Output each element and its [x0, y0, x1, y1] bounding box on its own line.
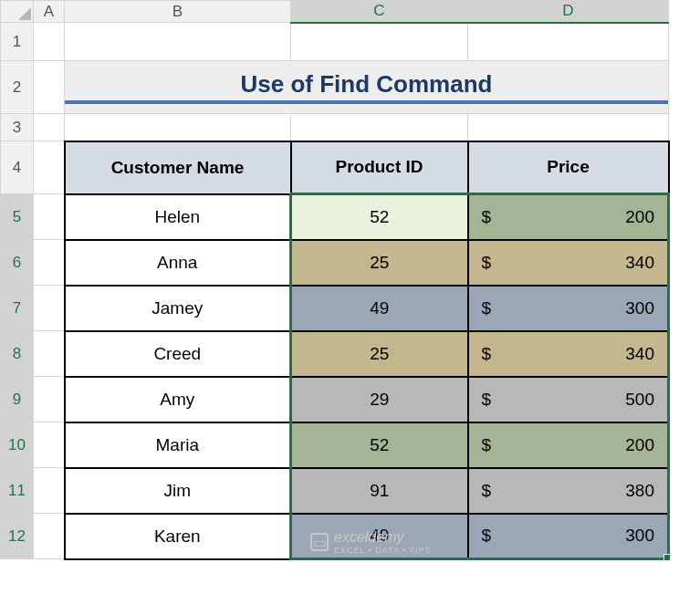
currency-symbol: $	[482, 253, 492, 273]
row-header-2[interactable]: 2	[1, 61, 34, 114]
currency-symbol: $	[482, 344, 492, 364]
row-header-4[interactable]: 4	[1, 141, 34, 194]
cell-product-id[interactable]: 25	[291, 331, 468, 377]
cell[interactable]	[34, 141, 65, 194]
currency-symbol: $	[482, 207, 492, 227]
price-value: 500	[625, 390, 654, 410]
cell[interactable]	[34, 194, 65, 240]
header-price[interactable]: Price	[468, 141, 669, 194]
cell[interactable]	[34, 114, 65, 141]
cell-customer-name[interactable]: Jamey	[65, 286, 291, 331]
price-value: 340	[625, 344, 654, 364]
currency-symbol: $	[482, 481, 492, 501]
cell-price[interactable]: $ 300	[468, 286, 669, 331]
price-value: 340	[625, 253, 654, 273]
row-header-5[interactable]: 5	[1, 194, 34, 240]
row-header-7[interactable]: 7	[1, 286, 34, 331]
cell-customer-name[interactable]: Creed	[65, 331, 291, 377]
currency-symbol: $	[482, 526, 492, 546]
cell-price[interactable]: $ 200	[468, 422, 669, 468]
row-header-6[interactable]: 6	[1, 240, 34, 286]
col-header-a[interactable]: A	[34, 1, 65, 23]
cell-customer-name[interactable]: Jim	[65, 468, 291, 514]
cell[interactable]	[291, 23, 468, 61]
row-header-11[interactable]: 11	[1, 468, 34, 514]
cell-price[interactable]: $ 200	[468, 194, 669, 240]
currency-symbol: $	[482, 298, 492, 318]
cell-price[interactable]: $ 380	[468, 468, 669, 514]
cell-customer-name[interactable]: Amy	[65, 377, 291, 422]
cell[interactable]	[468, 23, 669, 61]
cell-price[interactable]: $ 340	[468, 331, 669, 377]
cell-customer-name[interactable]: Karen	[65, 514, 291, 559]
row-header-9[interactable]: 9	[1, 377, 34, 422]
cell-price[interactable]: $ 500	[468, 377, 669, 422]
cell-customer-name[interactable]: Maria	[65, 422, 291, 468]
cell[interactable]	[34, 377, 65, 422]
cell-product-id[interactable]: 49	[291, 286, 468, 331]
title-cell[interactable]: Use of Find Command	[65, 61, 669, 114]
cell-product-id[interactable]: 29	[291, 377, 468, 422]
cell-price[interactable]: $ 340	[468, 240, 669, 286]
cell-product-id[interactable]: 49	[291, 514, 468, 559]
cell-customer-name[interactable]: Anna	[65, 240, 291, 286]
cell[interactable]	[34, 331, 65, 377]
row-header-8[interactable]: 8	[1, 331, 34, 377]
cell[interactable]	[65, 114, 291, 141]
price-value: 200	[625, 435, 654, 455]
cell-product-id[interactable]: 25	[291, 240, 468, 286]
cell[interactable]	[34, 286, 65, 331]
row-header-3[interactable]: 3	[1, 114, 34, 141]
row-header-12[interactable]: 12	[1, 514, 34, 559]
header-customer-name[interactable]: Customer Name	[65, 141, 291, 194]
price-value: 300	[625, 298, 654, 318]
cell-product-id[interactable]: 91	[291, 468, 468, 514]
currency-symbol: $	[482, 435, 492, 455]
cell[interactable]	[34, 23, 65, 61]
fill-handle[interactable]	[663, 554, 671, 561]
cell-product-id[interactable]: 52	[291, 194, 468, 240]
price-value: 200	[625, 207, 654, 227]
row-header-1[interactable]: 1	[1, 23, 34, 61]
col-header-c[interactable]: C	[291, 1, 468, 23]
currency-symbol: $	[482, 390, 492, 410]
header-product-id[interactable]: Product ID	[291, 141, 468, 194]
cell[interactable]	[34, 422, 65, 468]
cell[interactable]	[291, 114, 468, 141]
spreadsheet-grid[interactable]: A B C D 1 2 Use of Find Command 3 4 Cust…	[0, 0, 670, 560]
cell[interactable]	[34, 514, 65, 559]
price-value: 300	[625, 526, 654, 546]
cell-customer-name[interactable]: Helen	[65, 194, 291, 240]
cell[interactable]	[65, 23, 291, 61]
cell-product-id[interactable]: 52	[291, 422, 468, 468]
col-header-b[interactable]: B	[65, 1, 291, 23]
cell[interactable]	[34, 468, 65, 514]
select-all-corner[interactable]	[1, 1, 34, 23]
col-header-d[interactable]: D	[468, 1, 669, 23]
cell[interactable]	[468, 114, 669, 141]
cell[interactable]	[34, 240, 65, 286]
cell[interactable]	[34, 61, 65, 114]
price-value: 380	[625, 481, 654, 501]
cell-price[interactable]: $ 300	[468, 514, 669, 559]
page-title: Use of Find Command	[65, 70, 668, 104]
row-header-10[interactable]: 10	[1, 422, 34, 468]
